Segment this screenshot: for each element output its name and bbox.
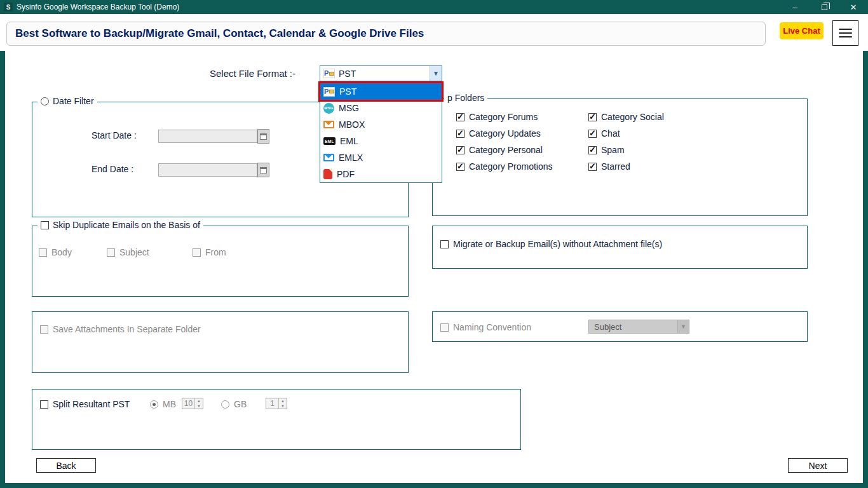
radio-button (150, 400, 158, 409)
checkbox-without-attachments[interactable]: Migrate or Backup Email(s) without Attac… (440, 239, 662, 249)
date-filter-label: Date Filter (53, 96, 94, 106)
calendar-icon (260, 167, 267, 173)
checkbox-box (456, 163, 465, 171)
checkbox-box (456, 113, 465, 121)
checkbox-category-personal[interactable]: Category Personal (456, 145, 543, 155)
spinner-arrows-icon: ▲▼ (278, 398, 287, 409)
live-chat-button[interactable]: Live Chat (780, 22, 824, 39)
spinner-value: 10 (182, 398, 194, 409)
skip-duplicates-checkbox-row[interactable]: Skip Duplicate Emails on the Basis of (37, 220, 203, 230)
checkbox-box (456, 146, 465, 154)
dropdown-option-pst[interactable]: P PST (320, 83, 442, 100)
dropdown-option-mbox[interactable]: MBOX (320, 116, 442, 133)
checkbox-naming-convention[interactable]: Naming Convention (440, 322, 531, 332)
checkbox-save-attachments[interactable]: Save Attachments In Separate Folder (40, 324, 201, 334)
checkbox-category-forums[interactable]: Category Forums (456, 112, 538, 122)
dropdown-option-eml[interactable]: EML EML (320, 133, 442, 149)
select-file-format-label: Select File Format :- (210, 68, 295, 79)
checkbox-label: Category Social (601, 112, 664, 122)
skip-duplicates-group: Skip Duplicate Emails on the Basis of Bo… (32, 226, 409, 297)
checkbox-label: Category Updates (469, 128, 541, 139)
mb-size-spinner[interactable]: 10 ▲▼ (182, 398, 203, 409)
back-button-label: Back (56, 461, 76, 471)
dropdown-option-pdf[interactable]: PDF (320, 166, 442, 182)
checkbox-category-promotions[interactable]: Category Promotions (456, 161, 553, 172)
radio-button (221, 400, 229, 409)
banner: Best Software to Backup/Migrate Gmail, C… (6, 22, 766, 46)
backup-folders-group: p Folders Category Forums Category Updat… (432, 98, 808, 216)
option-label: PST (339, 86, 356, 97)
file-format-dropdown-list: P PST MSG MSG MBOX EML EML EMLX PDF (320, 83, 442, 183)
next-button-label: Next (809, 461, 827, 471)
checkbox-box (588, 163, 597, 171)
checkbox-category-social[interactable]: Category Social (588, 112, 664, 122)
checkbox-box (440, 323, 449, 332)
checkbox-label: Split Resultant PST (53, 399, 130, 409)
backup-folders-title: p Folders (444, 93, 487, 103)
checkbox-box (588, 130, 597, 138)
checkbox-label: Body (51, 247, 72, 257)
checkbox-label: Migrate or Backup Email(s) without Attac… (453, 239, 662, 249)
live-chat-label: Live Chat (783, 26, 820, 36)
start-date-label: Start Date : (92, 130, 137, 140)
checkbox-body[interactable]: Body (39, 247, 72, 257)
checkbox-box (39, 248, 47, 257)
date-filter-radio-row[interactable]: Date Filter (37, 96, 97, 106)
date-filter-radio[interactable] (41, 97, 49, 105)
start-date-calendar-button[interactable] (257, 129, 269, 144)
checkbox-split-pst[interactable]: Split Resultant PST (40, 399, 130, 409)
app-logo-icon: S (4, 3, 13, 11)
checkbox-label: Starred (601, 161, 630, 172)
checkbox-label: Category Personal (469, 145, 543, 155)
checkbox-box (107, 248, 115, 257)
option-label: PDF (337, 169, 355, 179)
dropdown-option-emlx[interactable]: EMLX (320, 149, 442, 166)
close-icon: ✕ (850, 3, 857, 12)
end-date-input[interactable] (158, 163, 257, 177)
hamburger-icon (839, 26, 852, 40)
end-date-calendar-button[interactable] (257, 163, 269, 177)
calendar-icon (260, 133, 267, 140)
checkbox-label: Subject (119, 247, 149, 257)
checkbox-label: Category Promotions (469, 161, 553, 172)
menu-button[interactable] (832, 20, 858, 46)
checkbox-starred[interactable]: Starred (588, 161, 630, 172)
checkbox-spam[interactable]: Spam (588, 145, 625, 155)
split-pst-group: Split Resultant PST MB 10 ▲▼ GB 1 ▲▼ (32, 389, 521, 450)
pst-icon: P (323, 69, 335, 78)
naming-convention-select[interactable]: Subject ▼ (588, 320, 689, 334)
checkbox-subject[interactable]: Subject (107, 247, 149, 257)
checkbox-chat[interactable]: Chat (588, 128, 620, 139)
radio-mb[interactable]: MB (150, 399, 176, 409)
minimize-button[interactable]: – (780, 0, 810, 14)
checkbox-box (41, 221, 49, 229)
checkbox-box (588, 113, 597, 121)
checkbox-category-updates[interactable]: Category Updates (456, 128, 541, 139)
checkbox-from[interactable]: From (193, 247, 226, 257)
checkbox-label: Chat (601, 128, 620, 139)
chevron-down-icon: ▼ (677, 320, 689, 333)
dropdown-option-msg[interactable]: MSG MSG (320, 100, 442, 116)
mbox-icon (323, 121, 334, 128)
file-format-select[interactable]: P PST ▼ (320, 65, 442, 81)
spinner-value: 1 (266, 398, 278, 409)
naming-convention-group: Naming Convention Subject ▼ (432, 311, 808, 342)
checkbox-label: From (205, 247, 226, 257)
close-button[interactable]: ✕ (839, 0, 868, 14)
emlx-icon (323, 154, 334, 161)
radio-gb[interactable]: GB (221, 399, 247, 409)
checkbox-label: Save Attachments In Separate Folder (53, 324, 201, 334)
checkbox-label: Naming Convention (453, 322, 531, 332)
back-button[interactable]: Back (36, 458, 96, 473)
checkbox-label: Category Forums (469, 112, 538, 122)
title-bar: S Sysinfo Google Workspace Backup Tool (… (0, 0, 868, 14)
header: Best Software to Backup/Migrate Gmail, C… (0, 14, 868, 51)
start-date-input[interactable] (158, 130, 257, 143)
checkbox-box (40, 325, 48, 334)
skip-duplicates-label: Skip Duplicate Emails on the Basis of (53, 220, 200, 230)
gb-size-spinner[interactable]: 1 ▲▼ (266, 398, 287, 409)
main-panel: Select File Format :- P PST ▼ P PST MSG … (5, 51, 863, 483)
next-button[interactable]: Next (788, 458, 848, 473)
maximize-button[interactable] (810, 0, 839, 14)
radio-label: GB (234, 399, 247, 409)
